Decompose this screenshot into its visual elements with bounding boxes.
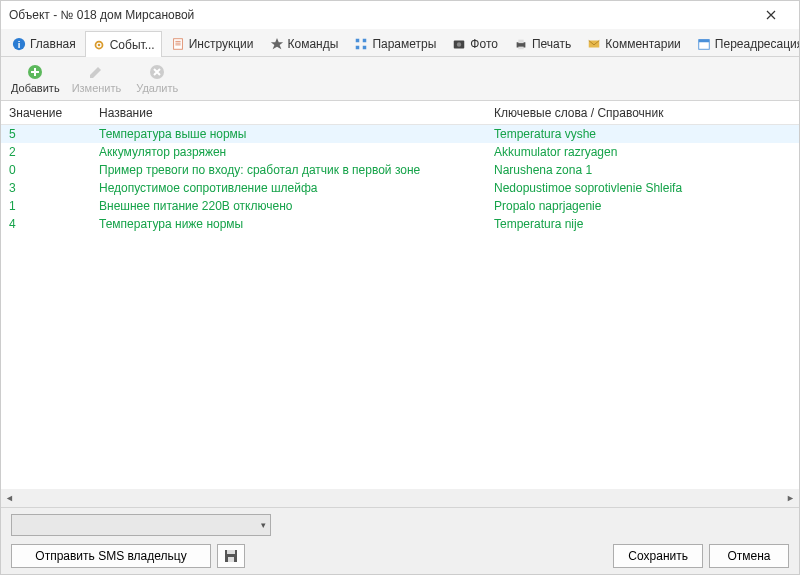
tab-0[interactable]: iГлавная: [5, 30, 83, 56]
edit-label: Изменить: [72, 82, 122, 94]
table-row[interactable]: 5Температура выше нормыTemperatura vyshe: [1, 125, 799, 143]
tab-label: Комментарии: [605, 37, 681, 51]
tab-1[interactable]: Событ...: [85, 31, 162, 57]
tab-7[interactable]: Комментарии: [580, 30, 688, 56]
calendar-icon: [697, 37, 711, 51]
table-body: 5Температура выше нормыTemperatura vyshe…: [1, 125, 799, 489]
cell-name: Внешнее питание 220В отключено: [99, 199, 494, 213]
event-table: Значение Название Ключевые слова / Справ…: [1, 101, 799, 507]
scroll-track[interactable]: [18, 490, 782, 507]
table-row[interactable]: 0Пример тревоги по входу: сработал датчи…: [1, 161, 799, 179]
bottom-pane: ▾ Отправить SMS владельцу Сохранить Отме…: [1, 507, 799, 574]
tab-8[interactable]: Переадресация: [690, 30, 800, 56]
svg-rect-6: [363, 38, 367, 42]
svg-rect-4: [173, 38, 182, 49]
svg-rect-13: [518, 46, 523, 49]
table-row[interactable]: 3Недопустимое сопротивление шлейфаNedopu…: [1, 179, 799, 197]
cell-value: 0: [9, 163, 99, 177]
table-row[interactable]: 4Температура ниже нормыTemperatura nije: [1, 215, 799, 233]
tab-6[interactable]: Печать: [507, 30, 578, 56]
delete-button[interactable]: Удалить: [133, 63, 181, 94]
pencil-icon: [87, 63, 105, 81]
tab-label: Параметры: [372, 37, 436, 51]
floppy-icon: [224, 549, 238, 563]
tab-5[interactable]: Фото: [445, 30, 505, 56]
table-header: Значение Название Ключевые слова / Справ…: [1, 101, 799, 125]
cell-value: 4: [9, 217, 99, 231]
tab-label: Фото: [470, 37, 498, 51]
table-row[interactable]: 2Аккумулятор разряженAkkumulator razryag…: [1, 143, 799, 161]
edit-button[interactable]: Изменить: [72, 63, 122, 94]
star-icon: [270, 37, 284, 51]
cell-name: Температура ниже нормы: [99, 217, 494, 231]
table-row[interactable]: 1Внешнее питание 220В отключеноPropalo n…: [1, 197, 799, 215]
svg-rect-16: [699, 39, 710, 42]
cell-value: 2: [9, 145, 99, 159]
tab-label: Команды: [288, 37, 339, 51]
svg-rect-12: [518, 39, 523, 43]
horizontal-scrollbar[interactable]: ◄ ►: [1, 489, 799, 507]
tab-2[interactable]: Инструкции: [164, 30, 261, 56]
tab-label: Событ...: [110, 38, 155, 52]
info-icon: i: [12, 37, 26, 51]
svg-rect-5: [356, 38, 360, 42]
cancel-button[interactable]: Отмена: [709, 544, 789, 568]
cell-keywords: Nedopustimoe soprotivlenie Shleifa: [494, 181, 791, 195]
cell-name: Недопустимое сопротивление шлейфа: [99, 181, 494, 195]
svg-rect-8: [363, 45, 367, 49]
tab-3[interactable]: Команды: [263, 30, 346, 56]
tab-4[interactable]: Параметры: [347, 30, 443, 56]
delete-icon: [148, 63, 166, 81]
cell-keywords: Narushena zona 1: [494, 163, 791, 177]
close-icon: [766, 10, 776, 20]
cell-keywords: Propalo naprjagenie: [494, 199, 791, 213]
tab-label: Главная: [30, 37, 76, 51]
cell-value: 3: [9, 181, 99, 195]
cell-name: Пример тревоги по входу: сработал датчик…: [99, 163, 494, 177]
camera-icon: [452, 37, 466, 51]
cell-keywords: Akkumulator razryagen: [494, 145, 791, 159]
svg-point-3: [97, 43, 100, 46]
gear-icon: [92, 38, 106, 52]
svg-rect-20: [227, 550, 235, 554]
cell-value: 5: [9, 127, 99, 141]
envelope-icon: [587, 37, 601, 51]
svg-text:i: i: [18, 38, 21, 49]
header-value[interactable]: Значение: [9, 106, 99, 120]
svg-point-10: [457, 42, 461, 46]
dropdown[interactable]: ▾: [11, 514, 271, 536]
chevron-down-icon: ▾: [261, 520, 266, 530]
grid-icon: [354, 37, 368, 51]
tab-bar: iГлавнаяСобыт...ИнструкцииКомандыПарамет…: [1, 29, 799, 57]
window-title: Объект - № 018 дом Мирсановой: [9, 8, 751, 22]
svg-rect-21: [228, 557, 234, 562]
tab-label: Печать: [532, 37, 571, 51]
add-button[interactable]: Добавить: [11, 63, 60, 94]
printer-icon: [514, 37, 528, 51]
header-keywords[interactable]: Ключевые слова / Справочник: [494, 106, 791, 120]
send-sms-button[interactable]: Отправить SMS владельцу: [11, 544, 211, 568]
tab-label: Инструкции: [189, 37, 254, 51]
close-button[interactable]: [751, 1, 791, 29]
doc-icon: [171, 37, 185, 51]
plus-icon: [26, 63, 44, 81]
cell-value: 1: [9, 199, 99, 213]
toolbar: Добавить Изменить Удалить: [1, 57, 799, 101]
delete-label: Удалить: [136, 82, 178, 94]
cell-name: Аккумулятор разряжен: [99, 145, 494, 159]
button-row: Отправить SMS владельцу Сохранить Отмена: [11, 544, 789, 568]
save-button[interactable]: Сохранить: [613, 544, 703, 568]
tab-label: Переадресация: [715, 37, 800, 51]
scroll-right-icon[interactable]: ►: [782, 490, 799, 507]
cell-keywords: Temperatura nije: [494, 217, 791, 231]
save-disk-button[interactable]: [217, 544, 245, 568]
scroll-left-icon[interactable]: ◄: [1, 490, 18, 507]
header-name[interactable]: Название: [99, 106, 494, 120]
svg-rect-7: [356, 45, 360, 49]
cell-keywords: Temperatura vyshe: [494, 127, 791, 141]
cell-name: Температура выше нормы: [99, 127, 494, 141]
titlebar: Объект - № 018 дом Мирсановой: [1, 1, 799, 29]
add-label: Добавить: [11, 82, 60, 94]
